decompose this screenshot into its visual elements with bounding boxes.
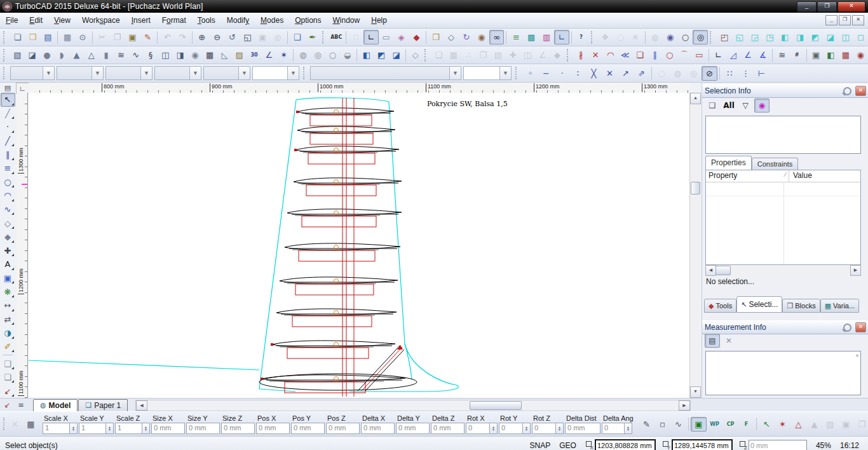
spinner-icon[interactable]: ▲▼: [142, 423, 149, 433]
toolbar-grip[interactable]: [303, 67, 308, 79]
field-scale-y[interactable]: 1▲▼: [79, 423, 114, 434]
menu-help[interactable]: Help: [365, 14, 393, 27]
style-combo-7[interactable]: ▼: [463, 66, 512, 80]
cut-icon[interactable]: ✂: [95, 30, 110, 44]
revolve-3d-icon[interactable]: §: [143, 48, 158, 62]
canvas-vertical-scrollbar[interactable]: ▲ ▼: [689, 93, 700, 398]
clipboard-stamp-icon[interactable]: ▣: [809, 48, 824, 62]
highlight-icon[interactable]: ◉: [754, 99, 770, 112]
box-a-icon[interactable]: ❐: [854, 417, 868, 432]
point-tool-icon[interactable]: ·: [1, 120, 15, 134]
chevron-down-icon[interactable]: ▼: [140, 67, 152, 79]
spinner-icon[interactable]: ▲▼: [69, 423, 77, 433]
zoom-extents-icon[interactable]: ◱: [240, 30, 255, 44]
drawing-canvas[interactable]: Pokrycie SW, Balsa 1,5: [29, 93, 689, 398]
sketch-tool-icon[interactable]: ╱: [1, 107, 15, 121]
mesh-grid-icon[interactable]: ▦: [202, 48, 217, 62]
toolbar-grip[interactable]: [591, 31, 595, 44]
group-edit-tool-icon[interactable]: ❑: [1, 357, 15, 371]
horizontal-scroll-thumb[interactable]: [470, 401, 522, 410]
mdi-minimize-button[interactable]: _: [825, 15, 837, 25]
field-size-z[interactable]: 0 mm: [221, 423, 255, 434]
chevron-down-icon[interactable]: ▼: [449, 67, 461, 79]
boolean-union-icon[interactable]: ◧: [359, 48, 374, 62]
style-combo-1[interactable]: ▼: [57, 66, 104, 80]
menu-tools[interactable]: Tools: [192, 14, 221, 27]
node-box-icon[interactable]: ◪: [25, 48, 39, 62]
view-front-cube-icon[interactable]: ◱: [732, 30, 747, 44]
spell-check-icon[interactable]: ABC: [329, 30, 344, 44]
select-arrow-icon[interactable]: ↖: [759, 417, 775, 432]
scroll-right-icon[interactable]: ▶: [679, 400, 690, 411]
menu-edit[interactable]: Edit: [24, 14, 48, 27]
field-scale-x[interactable]: 1▲▼: [43, 423, 78, 434]
chevron-down-icon[interactable]: ▼: [287, 67, 299, 79]
orbit-3d-icon[interactable]: ↻: [459, 30, 474, 44]
blob-sphere-1-icon[interactable]: ◍: [295, 48, 310, 62]
zoom-page-icon[interactable]: ▣: [255, 30, 270, 44]
redline-pen-icon[interactable]: ✒: [305, 30, 320, 44]
field-rot-x[interactable]: 0▲▼: [466, 423, 498, 434]
view-right-cube-icon[interactable]: ◧: [777, 30, 792, 44]
array-copy-icon[interactable]: ❏: [431, 48, 446, 62]
print-preview-icon[interactable]: ⊙: [75, 30, 90, 44]
measurement-output[interactable]: ▲: [705, 351, 861, 395]
transform-tool-icon[interactable]: ⇄: [1, 313, 15, 327]
cone-box-icon[interactable]: ◨: [173, 48, 187, 62]
copy-doc-constraint-icon[interactable]: ❏: [633, 48, 648, 62]
modify-arrow-tool-icon[interactable]: ↙: [1, 384, 15, 398]
chevron-down-icon[interactable]: ▼: [92, 67, 103, 79]
view-top-cube-icon[interactable]: ◨: [792, 30, 808, 44]
snap-tangent-icon[interactable]: ◎: [686, 66, 702, 81]
filter-icon[interactable]: ▽: [738, 99, 753, 112]
view-iso-sw-cube-icon[interactable]: ◫: [838, 30, 853, 44]
select-2d-icon[interactable]: ▣: [691, 417, 707, 432]
surface-3d-icon[interactable]: ▨: [232, 48, 247, 62]
double-line-tool-icon[interactable]: ∥: [1, 147, 15, 161]
report-icon[interactable]: ❏: [705, 99, 720, 112]
menu-file[interactable]: File: [0, 14, 24, 27]
sweep-3d-icon[interactable]: ∿: [128, 48, 143, 62]
pin-icon[interactable]: [843, 87, 851, 95]
tangent-constraint-icon[interactable]: ◠: [603, 48, 618, 62]
scroll-right-icon[interactable]: ▶: [850, 265, 861, 276]
ucs-axis-icon[interactable]: ∟: [554, 30, 569, 44]
property-column-header[interactable]: Property ∕: [706, 170, 789, 182]
insert-picture-icon[interactable]: ▩: [524, 30, 539, 44]
style-combo-2[interactable]: ▼: [105, 66, 153, 80]
toolbar-grip[interactable]: [710, 31, 714, 44]
select-wp-icon[interactable]: WP: [707, 417, 722, 432]
triangle-mode-icon[interactable]: △: [790, 417, 806, 432]
toolbar-grip[interactable]: [3, 67, 8, 79]
undo-icon[interactable]: ↶: [159, 30, 175, 44]
open-folder-icon[interactable]: ❒: [25, 30, 41, 44]
coord-x-field[interactable]: 1203,808828 mm: [595, 439, 656, 450]
stamp-icon[interactable]: ▲: [806, 417, 822, 432]
selection-list[interactable]: [705, 116, 861, 154]
style-combo-4[interactable]: ▼: [203, 66, 250, 80]
hatch-constraint-icon[interactable]: ≪: [618, 48, 632, 62]
select-cp-icon[interactable]: CP: [722, 417, 738, 432]
angle-3d-icon[interactable]: ∠: [262, 48, 276, 62]
delete-icon[interactable]: ✕: [721, 334, 736, 348]
chamfer-corner-icon[interactable]: ◿: [726, 48, 740, 62]
box-options-icon[interactable]: ▫: [654, 417, 670, 432]
menu-window[interactable]: Window: [327, 14, 366, 27]
zoom-previous-icon[interactable]: ↺: [225, 30, 240, 44]
not-parallel-constraint-icon[interactable]: ∦: [573, 48, 588, 62]
coord-z-field[interactable]: 0 mm: [749, 440, 807, 450]
plane-3d-icon[interactable]: ◺: [217, 48, 232, 62]
select-mouse-icon[interactable]: ▭: [379, 30, 394, 44]
curve-options-icon[interactable]: ∿: [670, 417, 686, 432]
disc-3d-icon[interactable]: ◉: [187, 48, 202, 62]
toolbar-grip[interactable]: [3, 49, 8, 62]
style-combo-0[interactable]: ▼: [10, 66, 55, 80]
select-all-icon[interactable]: All: [721, 99, 736, 112]
sheet-list-icon[interactable]: ≡: [14, 401, 28, 409]
field-delta-dist[interactable]: 0 mm: [565, 423, 600, 434]
ungroup-icon[interactable]: ◌: [613, 30, 628, 44]
print-icon[interactable]: ▦: [60, 30, 75, 44]
field-delta-y[interactable]: 0 mm: [396, 423, 430, 434]
rod-box-icon[interactable]: ◫: [158, 48, 173, 62]
coordinate-system-icon[interactable]: ∟: [363, 30, 379, 44]
